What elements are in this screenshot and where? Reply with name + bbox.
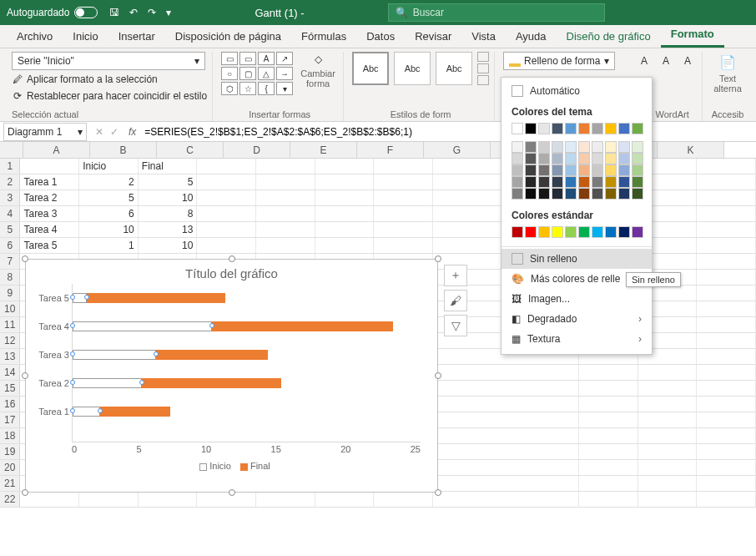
color-swatch[interactable] [592,153,603,164]
cell[interactable] [374,206,433,221]
row-header[interactable]: 2 [0,174,20,190]
cell[interactable] [638,397,698,412]
shape-text-icon[interactable]: A [258,52,275,65]
color-swatch[interactable] [512,164,523,176]
color-swatch[interactable] [632,176,643,188]
cell[interactable] [697,254,756,269]
fill-picture[interactable]: 🖼 Imagen... [501,289,652,309]
row-header[interactable]: 5 [0,222,20,237]
qa-customize-icon[interactable]: ▾ [166,7,171,18]
cell[interactable] [697,333,756,348]
color-swatch[interactable] [512,176,523,188]
cell[interactable] [79,492,139,507]
shape-line-icon[interactable]: ↗ [276,52,293,65]
color-swatch[interactable] [552,176,563,188]
color-swatch[interactable] [592,123,603,134]
search-input[interactable] [413,7,597,18]
cell[interactable]: Tarea 1 [20,174,79,190]
resize-handle[interactable] [435,372,441,379]
bar-row[interactable]: Tarea 2 [73,369,421,397]
color-swatch[interactable] [578,176,590,188]
cell[interactable] [256,222,315,237]
row-header[interactable]: 22 [0,492,20,507]
name-box[interactable]: Diagramm 1 ▾ [3,123,87,141]
cell[interactable] [697,238,756,253]
change-shape-button[interactable]: ◇ Cambiar forma [298,52,338,88]
cell[interactable] [579,444,638,459]
cell[interactable] [638,365,698,380]
cell[interactable] [374,174,433,190]
chart-elements-button[interactable]: ＋ [444,265,467,286]
shape-tri-icon[interactable]: △ [258,67,275,80]
cell[interactable] [579,397,638,412]
cell[interactable] [20,159,79,174]
color-swatch[interactable] [552,164,563,176]
color-swatch[interactable] [512,141,523,153]
cell[interactable] [433,412,579,427]
row-header[interactable]: 21 [0,476,20,491]
cell[interactable] [697,190,756,205]
color-swatch[interactable] [525,153,537,164]
chart-filter-button[interactable]: ▽ [444,315,467,336]
color-swatch[interactable] [592,141,603,153]
toggle-icon[interactable] [74,7,98,18]
cell[interactable] [697,444,756,459]
color-swatch[interactable] [512,188,523,200]
row-header[interactable]: 3 [0,190,20,205]
cell[interactable] [139,492,198,507]
color-swatch[interactable] [565,164,577,176]
cell[interactable] [638,412,698,427]
cell[interactable] [579,492,638,507]
cell[interactable] [697,460,756,475]
cell[interactable] [374,159,433,174]
color-swatch[interactable] [618,141,630,153]
cell[interactable] [579,365,638,380]
bar-row[interactable]: Tarea 1 [73,397,421,426]
save-icon[interactable]: 🖫 [109,7,119,18]
cell[interactable] [697,412,756,427]
color-swatch[interactable] [538,123,550,134]
bar-segment-inicio[interactable] [73,350,156,360]
color-swatch[interactable] [592,164,603,176]
cell[interactable] [433,476,579,491]
cell[interactable]: Tarea 5 [20,238,79,253]
row-header[interactable]: 17 [0,412,20,427]
cell[interactable] [433,460,579,475]
select-all-corner[interactable] [0,142,23,158]
color-swatch[interactable] [578,123,590,134]
plot-area[interactable]: Tarea 5Tarea 4Tarea 3Tarea 2Tarea 1 [72,284,421,442]
cell[interactable] [315,174,375,190]
color-swatch[interactable] [525,141,537,153]
row-header[interactable]: 12 [0,333,20,348]
cell[interactable] [197,238,256,253]
shape-arrow-icon[interactable]: → [276,67,293,80]
cell[interactable] [433,381,579,396]
cell[interactable] [638,428,698,443]
cell[interactable] [315,159,375,174]
color-swatch[interactable] [512,226,523,238]
col-header[interactable]: G [424,142,491,158]
row-header[interactable]: 18 [0,428,20,443]
cell[interactable]: 5 [79,190,139,205]
cell[interactable] [697,365,756,380]
cell[interactable] [697,286,756,301]
cell[interactable] [197,159,256,174]
cell[interactable] [315,238,375,253]
cell[interactable]: Final [139,159,198,174]
wa-outline-icon[interactable]: A [657,52,675,70]
row-header[interactable]: 11 [0,317,20,332]
cell[interactable] [638,381,698,396]
row-header[interactable]: 9 [0,286,20,301]
cell[interactable] [315,222,375,237]
cell[interactable] [20,492,79,507]
tab-vista[interactable]: Vista [461,25,506,48]
cell[interactable]: 6 [79,206,139,221]
color-swatch[interactable] [592,176,603,188]
cell[interactable] [697,159,756,174]
color-swatch[interactable] [565,176,577,188]
color-swatch[interactable] [565,226,577,238]
style-thumb-3[interactable]: Abc [436,52,472,85]
tab-inicio[interactable]: Inicio [63,25,108,48]
row-header[interactable]: 8 [0,270,20,285]
cell[interactable] [256,174,315,190]
